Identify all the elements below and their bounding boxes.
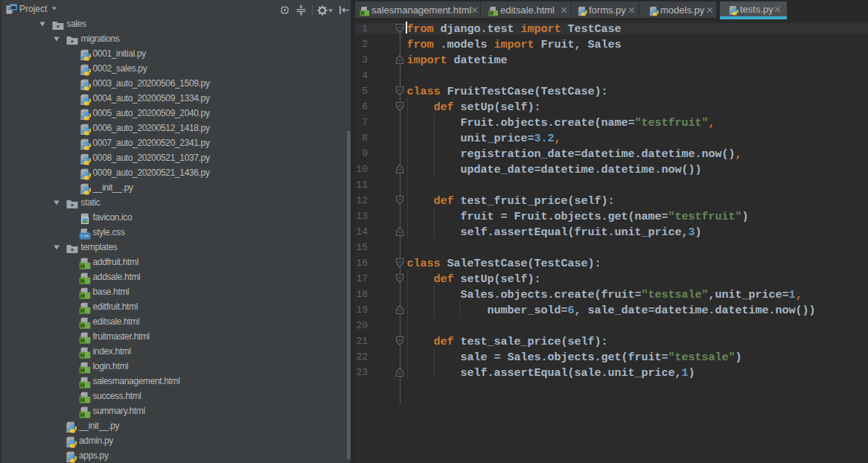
svg-text:H: H bbox=[80, 352, 85, 359]
svg-text:H: H bbox=[80, 293, 85, 299]
svg-text:CSS: CSS bbox=[80, 234, 89, 238]
svg-text:H: H bbox=[80, 412, 85, 418]
svg-text:H: H bbox=[80, 263, 85, 269]
svg-text:H: H bbox=[80, 397, 85, 403]
svg-text:H: H bbox=[80, 278, 85, 284]
svg-text:H: H bbox=[80, 337, 85, 344]
svg-text:H: H bbox=[80, 307, 85, 314]
svg-text:H: H bbox=[80, 322, 85, 329]
svg-text:H: H bbox=[80, 367, 85, 374]
svg-text:H: H bbox=[361, 10, 365, 16]
svg-text:H: H bbox=[490, 10, 494, 16]
svg-text:H: H bbox=[80, 382, 85, 389]
